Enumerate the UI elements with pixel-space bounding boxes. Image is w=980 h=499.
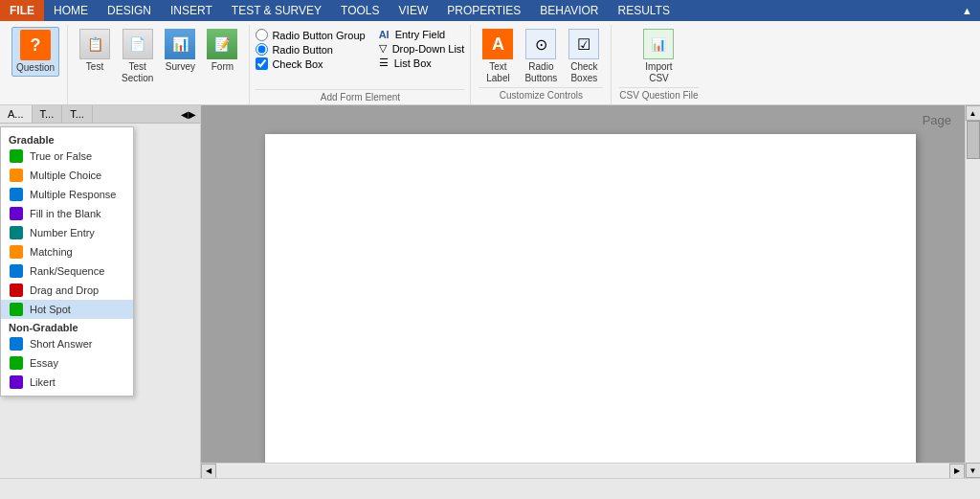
dropdown-item-hot-spot[interactable]: Hot Spot [1,300,133,319]
form-icon: 📝 [207,29,237,59]
dropdown-item-short-answer[interactable]: Short Answer [1,334,133,353]
ribbon-group-question: ? Question [4,25,68,104]
import-csv-button[interactable]: 📊 ImportCSV [639,27,678,86]
form-icon-inner: 📝 [207,29,237,59]
csv-question-file-label: CSV Question File [619,87,698,102]
menu-file[interactable]: FILE [0,0,44,21]
import-csv-btn-label: ImportCSV [645,61,672,84]
survey-icon: 📊 [165,29,195,59]
ribbon-group-form-element: Radio Button Group Radio Button Check Bo… [250,25,471,104]
main-area: A... T... T... ◀ ▶ Gradable True or Fals… [0,105,980,478]
ribbon-group-csv: 📊 ImportCSV CSV Question File [612,25,705,104]
dropdown-item-true-false[interactable]: True or False [1,147,133,166]
dropdown-item-rank-sequence[interactable]: Rank/Sequence [1,261,133,281]
question-icon: ? [20,30,51,60]
list-box-item[interactable]: ☰ List Box [379,57,465,69]
check-boxes-icon-inner: ☑ [568,29,599,59]
survey-btn-label: Survey [166,61,195,73]
likert-label: Likert [30,376,56,388]
dropdown-item-essay[interactable]: Essay [1,353,133,373]
dropdown-item-likert[interactable]: Likert [1,373,133,392]
menu-bar: FILE HOME DESIGN INSERT TEST & SURVEY TO… [0,0,980,21]
dropdown-item-number-entry[interactable]: Number Entry [1,223,133,242]
nongradable-section-label: Non-Gradable [1,319,133,334]
radio-buttons-button[interactable]: ⊙ RadioButtons [521,27,561,86]
test-icon-inner: 📋 [79,29,110,59]
matching-icon [9,244,24,260]
fill-blank-icon [9,206,24,221]
test-icon: 📋 [79,29,110,59]
menu-design[interactable]: DESIGN [98,0,161,21]
entry-field-item[interactable]: AI Entry Field [379,29,465,40]
menu-home[interactable]: HOME [44,0,98,21]
text-label-button[interactable]: A TextLabel [479,27,517,86]
test-section-button[interactable]: 📄 TestSection [118,27,157,86]
check-box-item[interactable]: Check Box [256,57,365,70]
scrollbar-thumb[interactable] [967,121,980,159]
dropdown-item-fill-blank[interactable]: Fill in the Blank [1,204,133,223]
ribbon-group-customize: A TextLabel ⊙ RadioButtons ☑ CheckBoxes [471,25,612,104]
radio-button-group-radio[interactable] [256,29,268,41]
dropdown-item-matching[interactable]: Matching [1,242,133,261]
check-boxes-button[interactable]: ☑ CheckBoxes [565,27,603,86]
left-panel-tabs: A... T... T... ◀ ▶ [0,105,200,124]
number-entry-icon [9,225,24,240]
test-button[interactable]: 📋 Test [76,27,114,75]
radio-button-group-item[interactable]: Radio Button Group [256,29,365,41]
test-section-btn-label: TestSection [122,61,153,84]
text-label-icon-inner: A [482,29,513,59]
left-panel-tab-a[interactable]: A... [0,105,33,123]
check-box-checkbox[interactable] [256,57,268,70]
hot-spot-icon [9,302,24,317]
scrollbar-track [967,121,980,463]
drag-drop-label: Drag and Drop [30,284,99,296]
question-type-dropdown: Gradable True or False Multiple Choice M… [0,126,134,397]
radio-button-radio[interactable] [256,43,268,56]
menu-tools[interactable]: TOOLS [331,0,389,21]
test-btn-label: Test [86,61,103,73]
short-answer-color [10,337,23,351]
menu-properties[interactable]: PROPERTIES [437,0,530,21]
dropdown-list-item[interactable]: ▽ Drop-Down List [379,42,465,55]
multiple-response-icon [9,187,24,202]
essay-color [10,356,23,370]
import-csv-icon-inner: 📊 [643,29,674,59]
scroll-up-btn[interactable]: ▲ [966,105,981,121]
question-button[interactable]: ? Question [11,27,59,77]
menu-behavior[interactable]: BEHAVIOR [530,0,608,21]
scroll-right-btn[interactable]: ▶ [949,464,965,479]
drag-drop-icon [9,283,24,298]
import-csv-icon: 📊 [643,29,674,59]
dropdown-icon: ▽ [379,42,387,55]
survey-button[interactable]: 📊 Survey [161,27,199,75]
drag-drop-color [10,284,23,297]
gradable-section-label: Gradable [1,131,133,147]
dropdown-list-label: Drop-Down List [392,43,465,55]
menu-view[interactable]: VIEW [390,0,438,21]
left-panel-tab-t2[interactable]: T... [62,105,93,123]
right-arrow-icon[interactable]: ▶ [189,109,196,120]
question-icon-inner: ? [20,30,51,60]
ribbon-content: ? Question 📋 Test 📄 Tes [0,21,980,104]
menu-test-survey[interactable]: TEST & SURVEY [222,0,331,21]
radio-col: Radio Button Group Radio Button Check Bo… [256,29,365,89]
menu-results[interactable]: RESULTS [608,0,679,21]
dropdown-item-multiple-response[interactable]: Multiple Response [1,185,133,204]
left-arrow-icon[interactable]: ◀ [181,109,189,120]
dropdown-item-multiple-choice[interactable]: Multiple Choice [1,166,133,185]
true-false-color [10,149,23,163]
scroll-left-btn[interactable]: ◀ [201,464,216,479]
left-panel-tab-t1[interactable]: T... [33,105,63,123]
customize-controls-label: Customize Controls [479,87,603,102]
dropdown-item-drag-drop[interactable]: Drag and Drop [1,281,133,300]
text-label-icon: A [482,29,513,59]
form-button[interactable]: 📝 Form [203,27,241,75]
check-box-label: Check Box [272,58,323,70]
hot-spot-color [10,303,23,316]
hot-spot-label: Hot Spot [30,304,71,315]
question-btn-label: Question [16,62,55,74]
radio-button-item[interactable]: Radio Button [256,43,365,56]
menu-insert[interactable]: INSERT [161,0,222,21]
fill-blank-color [10,207,23,220]
scroll-down-btn[interactable]: ▼ [966,463,981,478]
